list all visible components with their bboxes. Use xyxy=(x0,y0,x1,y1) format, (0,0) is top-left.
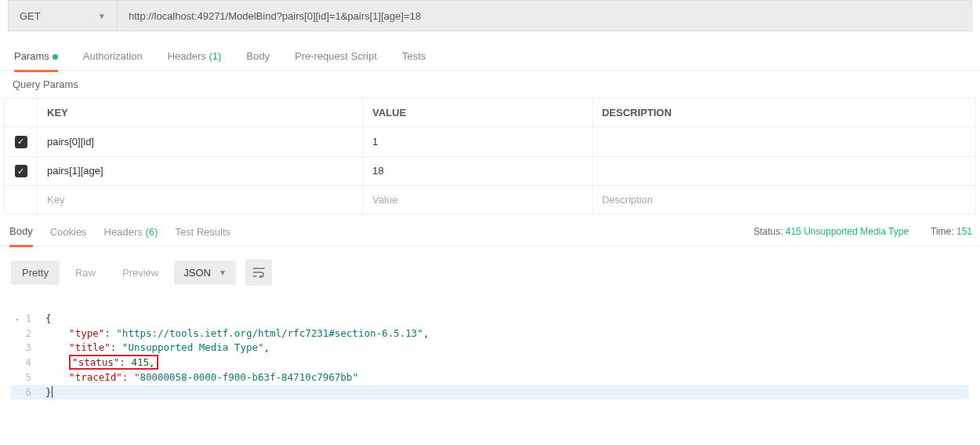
http-method-select[interactable]: GET ▼ xyxy=(8,0,118,31)
col-check xyxy=(5,99,38,127)
col-value: VALUE xyxy=(362,99,592,127)
param-value-cell[interactable]: 18 xyxy=(362,156,592,186)
highlight-box: "status": 415, xyxy=(69,355,158,370)
wrap-icon[interactable] xyxy=(245,259,272,286)
tab-tests[interactable]: Tests xyxy=(402,50,426,62)
http-method-label: GET xyxy=(20,10,41,22)
status-value: 415 Unsupported Media Type xyxy=(786,226,909,237)
col-key: KEY xyxy=(38,99,363,127)
url-input[interactable]: http://localhost:49271/ModelBind?pairs[0… xyxy=(118,0,972,31)
text-cursor xyxy=(52,386,59,398)
resp-headers-count: (6) xyxy=(145,226,158,238)
resp-tab-cookies[interactable]: Cookies xyxy=(50,226,87,238)
tab-authorization[interactable]: Authorization xyxy=(83,50,143,62)
param-value-cell[interactable]: 1 xyxy=(362,127,592,157)
table-row: ✓ pairs[0][id] 1 xyxy=(5,127,976,157)
chevron-down-icon: ▼ xyxy=(98,12,106,20)
tab-headers[interactable]: Headers (1) xyxy=(168,50,222,62)
query-params-table: KEY VALUE DESCRIPTION ✓ pairs[0][id] 1 ✓… xyxy=(4,98,976,214)
param-desc-cell[interactable]: Description xyxy=(592,186,975,214)
param-key-cell[interactable]: Key xyxy=(38,186,363,214)
param-desc-cell[interactable] xyxy=(592,127,975,157)
param-value-cell[interactable]: Value xyxy=(362,186,592,214)
view-raw[interactable]: Raw xyxy=(64,261,107,285)
param-key-cell[interactable]: pairs[0][id] xyxy=(38,127,363,157)
query-params-title: Query Params xyxy=(0,71,980,98)
resp-tab-headers[interactable]: Headers (6) xyxy=(104,226,158,238)
row-checkbox[interactable]: ✓ xyxy=(15,165,27,177)
response-body[interactable]: 1{ 2 "type": "https://tools.ietf.org/htm… xyxy=(0,297,980,425)
view-preview[interactable]: Preview xyxy=(111,261,169,285)
row-checkbox[interactable]: ✓ xyxy=(15,136,27,148)
tab-prerequest[interactable]: Pre-request Script xyxy=(295,50,377,62)
chevron-down-icon: ▼ xyxy=(219,268,227,277)
url-value: http://localhost:49271/ModelBind?pairs[0… xyxy=(129,10,421,22)
table-row: ✓ pairs[1][age] 18 xyxy=(5,156,976,186)
tab-body[interactable]: Body xyxy=(246,50,270,62)
view-pretty[interactable]: Pretty xyxy=(11,261,60,285)
headers-count: (1) xyxy=(209,50,221,62)
status-meta: Status: 415 Unsupported Media Type xyxy=(753,226,909,237)
resp-tab-body[interactable]: Body xyxy=(9,225,33,247)
param-desc-cell[interactable] xyxy=(592,156,975,186)
time-meta: Time: 151 xyxy=(931,226,972,237)
resp-tab-results[interactable]: Test Results xyxy=(175,226,230,238)
col-description: DESCRIPTION xyxy=(592,99,975,127)
table-row-new: Key Value Description xyxy=(5,186,976,214)
time-value: 151 xyxy=(956,226,972,237)
param-key-cell[interactable]: pairs[1][age] xyxy=(38,156,363,186)
format-select[interactable]: JSON ▼ xyxy=(174,261,236,285)
params-modified-dot-icon xyxy=(53,54,58,60)
tab-params[interactable]: Params xyxy=(14,50,58,72)
